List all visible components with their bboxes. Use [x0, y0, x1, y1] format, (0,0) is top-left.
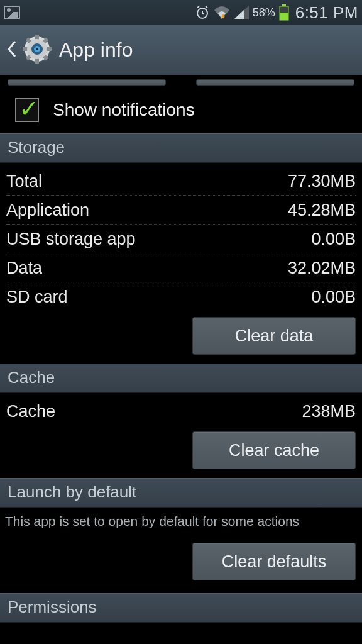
cache-header-label: Cache	[8, 368, 55, 387]
battery-icon	[279, 4, 289, 21]
row-label: Application	[6, 201, 89, 220]
page-title: App info	[59, 38, 133, 62]
clear-cache-button[interactable]: Clear cache	[192, 431, 356, 469]
row-label: Cache	[6, 402, 55, 421]
svg-rect-3	[280, 13, 288, 20]
show-notifications-row[interactable]: ✓ Show notifications	[0, 91, 362, 133]
clear-data-button[interactable]: Clear data	[192, 317, 356, 355]
clear-cache-label: Clear cache	[229, 441, 319, 460]
storage-header-label: Storage	[8, 138, 65, 157]
gear-icon	[23, 35, 52, 66]
partial-button-right[interactable]	[196, 79, 354, 86]
storage-row-total: Total 77.30MB	[6, 167, 356, 196]
storage-row-data: Data 32.02MB	[6, 253, 356, 282]
clear-data-label: Clear data	[235, 326, 314, 346]
row-value: 45.28MB	[288, 201, 356, 220]
show-notifications-label: Show notifications	[53, 100, 195, 120]
partial-buttons-row	[0, 79, 362, 86]
picture-icon	[4, 6, 20, 19]
title-bar[interactable]: App info	[0, 25, 362, 75]
launch-header: Launch by default	[0, 478, 362, 508]
row-label: USB storage app	[6, 230, 136, 249]
back-icon[interactable]	[6, 39, 19, 62]
launch-info-text: This app is set to open by default for s…	[0, 508, 362, 536]
row-label: Data	[6, 258, 42, 278]
storage-header: Storage	[0, 133, 362, 163]
storage-rows: Total 77.30MB Application 45.28MB USB st…	[0, 163, 362, 311]
show-notifications-checkbox[interactable]: ✓	[15, 98, 39, 122]
storage-row-sdcard: SD card 0.00B	[6, 282, 356, 311]
wifi-icon	[214, 6, 230, 19]
row-value: 32.02MB	[288, 258, 356, 278]
svg-rect-6	[35, 58, 39, 64]
partial-button-left[interactable]	[8, 79, 166, 86]
status-bar: 58% 6:51 PM	[0, 0, 362, 25]
svg-rect-7	[23, 47, 28, 51]
row-value: 238MB	[302, 402, 356, 421]
storage-row-application: Application 45.28MB	[6, 196, 356, 225]
clear-defaults-button[interactable]: Clear defaults	[192, 543, 356, 580]
cache-header: Cache	[0, 364, 362, 393]
row-label: Total	[6, 172, 42, 191]
checkmark-icon: ✓	[19, 97, 39, 121]
row-label: SD card	[6, 287, 68, 307]
launch-header-label: Launch by default	[8, 482, 136, 501]
row-value: 77.30MB	[288, 172, 356, 191]
svg-point-16	[36, 48, 38, 50]
permissions-header-label: Permissions	[8, 597, 97, 616]
row-value: 0.00B	[311, 230, 356, 249]
battery-percent: 58%	[253, 6, 275, 19]
signal-icon	[234, 6, 249, 19]
alarm-icon	[195, 5, 210, 20]
permissions-header: Permissions	[0, 593, 362, 623]
storage-row-usb: USB storage app 0.00B	[6, 225, 356, 253]
svg-rect-8	[47, 47, 52, 51]
cache-row: Cache 238MB	[6, 397, 356, 425]
cache-rows: Cache 238MB	[0, 393, 362, 425]
row-value: 0.00B	[311, 287, 356, 307]
svg-rect-5	[35, 35, 39, 40]
clock-text: 6:51 PM	[295, 3, 358, 23]
clear-defaults-label: Clear defaults	[222, 552, 327, 572]
